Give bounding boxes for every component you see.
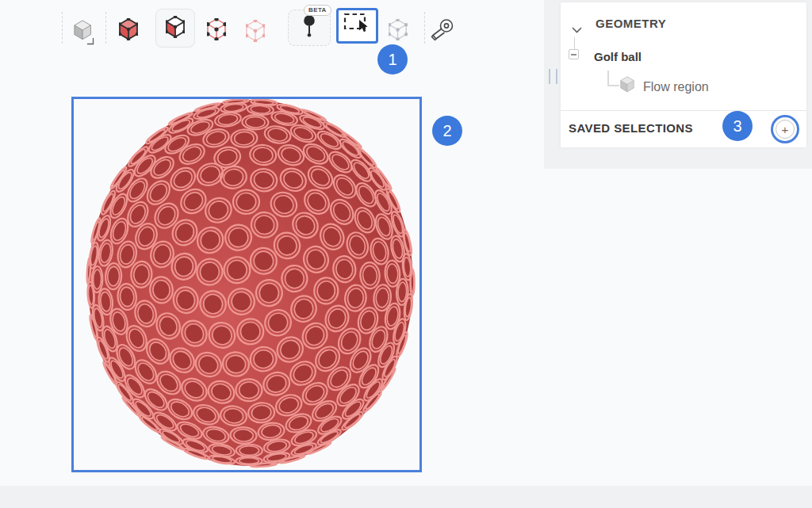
panel-resize-handle[interactable] <box>549 69 557 84</box>
add-saved-selection-button[interactable]: + <box>776 120 795 139</box>
panel-divider <box>561 110 806 111</box>
tree-item-golf-ball[interactable]: Golf ball <box>594 50 642 63</box>
dropdown-corner-icon <box>87 34 94 41</box>
face-select-icon <box>166 16 185 41</box>
vertex-select-icon[interactable] <box>205 17 228 41</box>
app-root: BETA 1 2 3 <box>0 0 812 508</box>
toolbar-separator <box>62 12 63 44</box>
chevron-down-icon[interactable] <box>572 22 582 36</box>
face-select-button[interactable] <box>155 9 195 48</box>
tree-stem-line <box>574 37 575 49</box>
probe-point-button[interactable]: BETA <box>288 10 331 46</box>
volume-select-icon[interactable] <box>117 17 140 41</box>
toolbar-separator <box>424 12 425 44</box>
annotation-badge-2: 2 <box>432 116 462 146</box>
box-select-button[interactable] <box>336 8 378 44</box>
tree-connector-line <box>607 71 619 86</box>
cube-icon <box>620 76 634 96</box>
assembly-select-icon <box>386 17 410 41</box>
saved-selections-header: SAVED SELECTIONS <box>569 121 693 135</box>
collapse-toggle-icon[interactable] <box>569 49 579 59</box>
box-select-icon <box>343 12 372 40</box>
tree-item-flow-region[interactable]: Flow region <box>643 80 709 94</box>
beta-badge: BETA <box>304 5 331 16</box>
geometry-section-header[interactable]: GEOMETRY <box>596 17 666 30</box>
edge-select-disabled-icon <box>243 19 267 43</box>
probe-point-icon <box>301 14 318 42</box>
toolbar-separator <box>105 12 106 44</box>
annotation-badge-1: 1 <box>377 44 408 74</box>
selection-box <box>71 97 422 472</box>
annotation-badge-3: 3 <box>722 111 753 141</box>
measure-tape-icon[interactable] <box>431 17 456 41</box>
geometry-panel: GEOMETRY Golf ball Flow region SAVED SEL… <box>561 2 806 147</box>
